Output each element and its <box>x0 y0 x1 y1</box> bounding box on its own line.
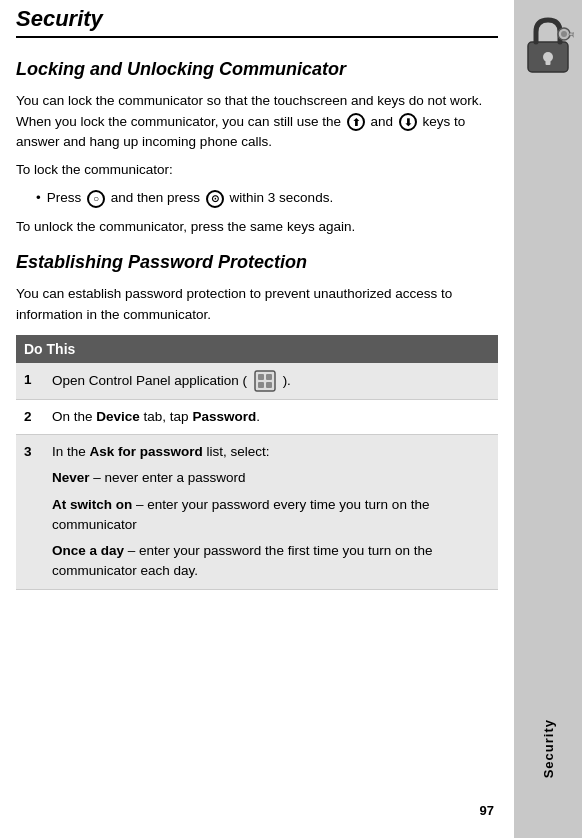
bullet-text: Press ○ and then press ⊙ within 3 second… <box>47 188 333 208</box>
password-bold: Password <box>192 409 256 424</box>
page-title: Security <box>16 0 498 38</box>
page-container: Security Locking and Unlocking Communica… <box>0 0 582 838</box>
section1-para1: You can lock the communicator so that th… <box>16 91 498 152</box>
step-text: On the Device tab, tap Password. <box>44 399 498 434</box>
svg-rect-3 <box>258 382 264 388</box>
send-key-icon: ⬆ <box>347 113 365 131</box>
page-number: 97 <box>480 803 494 818</box>
section1-bullet: • Press ○ and then press ⊙ within 3 seco… <box>36 188 498 208</box>
right-sidebar: Security <box>514 0 582 838</box>
section2-title: Establishing Password Protection <box>16 251 498 274</box>
control-panel-icon <box>254 370 276 392</box>
table-row: 1 Open Control Panel application ( ). <box>16 363 498 400</box>
sidebar-icon-area <box>518 10 578 80</box>
section2: Establishing Password Protection You can… <box>16 251 498 590</box>
subitem-at-switch-on: At switch on – enter your password every… <box>52 495 490 536</box>
subitem-never: Never – never enter a password <box>52 468 490 488</box>
step-number: 1 <box>16 363 44 400</box>
main-content: Security Locking and Unlocking Communica… <box>0 0 514 838</box>
table-row: 2 On the Device tab, tap Password. <box>16 399 498 434</box>
svg-point-9 <box>561 31 567 37</box>
svg-rect-12 <box>573 33 574 37</box>
ok-key-icon: ⊙ <box>206 190 224 208</box>
section1-title: Locking and Unlocking Communicator <box>16 58 498 81</box>
step-text: Open Control Panel application ( ). <box>44 363 498 400</box>
ask-for-password-bold: Ask for password <box>90 444 203 459</box>
svg-rect-0 <box>255 371 275 391</box>
subitem-once-a-day: Once a day – enter your password the fir… <box>52 541 490 582</box>
svg-rect-7 <box>546 57 551 65</box>
bullet-dot: • <box>36 188 41 208</box>
device-bold: Device <box>96 409 140 424</box>
sidebar-label: Security <box>541 719 556 778</box>
svg-rect-2 <box>266 374 272 380</box>
step-number: 2 <box>16 399 44 434</box>
step-text: In the Ask for password list, select: Ne… <box>44 435 498 590</box>
svg-rect-1 <box>258 374 264 380</box>
do-this-header: Do This <box>16 335 498 363</box>
do-this-table: Do This 1 Open Control Panel application… <box>16 335 498 590</box>
section1-para2: To lock the communicator: <box>16 160 498 180</box>
end-key-icon: ⬇ <box>399 113 417 131</box>
svg-rect-4 <box>266 382 272 388</box>
section1-unlock-text: To unlock the communicator, press the sa… <box>16 217 498 237</box>
lock-icon <box>522 14 574 76</box>
section2-para: You can establish password protection to… <box>16 284 498 325</box>
power-key-icon: ○ <box>87 190 105 208</box>
table-row: 3 In the Ask for password list, select: … <box>16 435 498 590</box>
section1: Locking and Unlocking Communicator You c… <box>16 58 498 237</box>
step-number: 3 <box>16 435 44 590</box>
